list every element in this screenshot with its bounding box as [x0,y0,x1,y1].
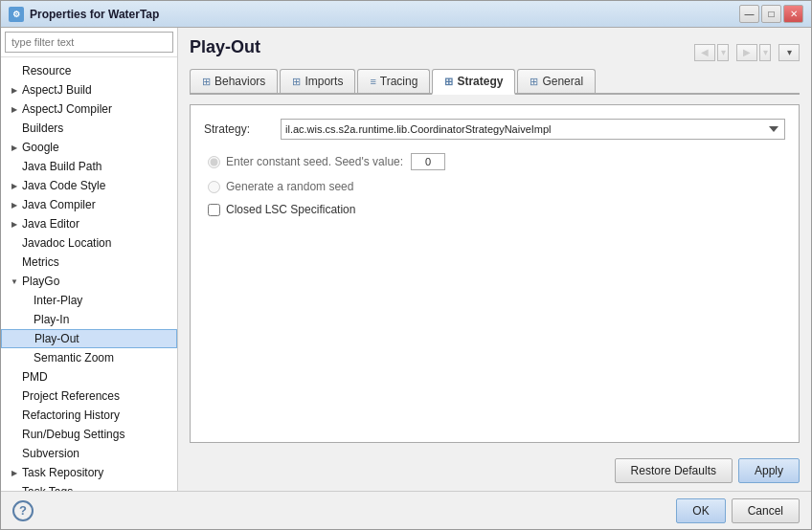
tab-behaviors[interactable]: ⊞ Behaviors [190,69,278,93]
minimize-button[interactable]: — [739,5,759,23]
label-pmd: PMD [22,370,48,384]
main-window: ⚙ Properties for WaterTap — □ ✕ Resource… [0,0,812,530]
label-java-editor: Java Editor [22,217,79,231]
general-tab-icon: ⊞ [530,76,538,88]
label-task-repository: Task Repository [22,466,103,479]
tree-area: Resource AspectJ Build AspectJ Compiler … [1,57,177,491]
behaviors-tab-icon: ⊞ [202,76,211,88]
filter-box [1,28,177,57]
tab-strategy[interactable]: ⊞ Strategy [432,69,515,95]
arrow-playgo [9,276,20,287]
sidebar-item-metrics[interactable]: Metrics [1,253,177,272]
sidebar-item-inter-play[interactable]: Inter-Play [1,291,177,310]
sidebar-item-semantic-zoom[interactable]: Semantic Zoom [1,348,177,367]
sidebar-item-run-debug-settings[interactable]: Run/Debug Settings [1,425,177,444]
strategy-row: Strategy: il.ac.wis.cs.s2a.runtime.lib.C… [204,119,785,140]
arrow-java-editor [9,218,20,230]
back-button[interactable]: ◀ [694,44,715,61]
label-project-references: Project References [22,389,120,403]
filter-input[interactable] [5,32,173,53]
label-resource: Resource [22,64,71,77]
label-javadoc-location: Javadoc Location [22,236,111,250]
tab-content-box: Strategy: il.ac.wis.cs.s2a.runtime.lib.C… [190,104,800,443]
tab-tracing[interactable]: ≡ Tracing [357,69,430,93]
closed-lsc-row: Closed LSC Specification [204,203,785,216]
imports-tab-icon: ⊞ [292,76,301,88]
label-subversion: Subversion [22,447,79,460]
arrow-aspectj-build [9,84,20,96]
arrow-aspectj-compiler [9,103,20,115]
forward-button[interactable]: ▶ [736,44,757,61]
tab-strategy-label: Strategy [457,75,503,88]
sidebar-item-java-code-style[interactable]: Java Code Style [1,176,177,195]
sidebar-item-pmd[interactable]: PMD [1,367,177,386]
arrow-java-compiler [9,199,20,210]
label-aspectj-build: AspectJ Build [22,83,92,97]
sidebar-item-javadoc-location[interactable]: Javadoc Location [1,233,177,253]
nav-buttons: ◀ ▾ ▶ ▾ ▾ [694,44,800,61]
sidebar-item-java-build-path[interactable]: Java Build Path [1,157,177,176]
footer-left: ? [12,500,34,521]
sidebar-item-aspectj-build[interactable]: AspectJ Build [1,80,177,99]
back-dropdown-button[interactable]: ▾ [717,44,729,61]
menu-button[interactable]: ▾ [778,44,800,61]
sidebar: Resource AspectJ Build AspectJ Compiler … [1,28,178,491]
arrow-java-code-style [9,180,20,191]
sidebar-item-subversion[interactable]: Subversion [1,444,177,463]
content-area: Resource AspectJ Build AspectJ Compiler … [1,28,811,491]
random-seed-row: Generate a random seed [204,180,785,193]
label-run-debug-settings: Run/Debug Settings [22,428,124,441]
random-seed-radio[interactable] [208,181,220,193]
nav-bar: Play-Out ◀ ▾ ▶ ▾ ▾ [190,37,800,67]
strategy-select[interactable]: il.ac.wis.cs.s2a.runtime.lib.Coordinator… [281,119,785,140]
tab-imports-label: Imports [304,75,343,88]
tab-general[interactable]: ⊞ General [517,69,596,93]
sidebar-item-aspectj-compiler[interactable]: AspectJ Compiler [1,99,177,119]
sidebar-item-task-repository[interactable]: Task Repository [1,463,177,482]
sidebar-item-java-compiler[interactable]: Java Compiler [1,195,177,214]
seed-value-input[interactable] [411,153,445,170]
sidebar-item-java-editor[interactable]: Java Editor [1,214,177,233]
tab-imports[interactable]: ⊞ Imports [280,69,355,93]
random-seed-label: Generate a random seed [226,180,353,193]
bottom-buttons: Restore Defaults Apply [190,453,800,491]
sidebar-item-task-tags[interactable]: Task Tags [1,482,177,491]
closed-lsc-checkbox[interactable] [208,204,220,216]
strategy-tab-icon: ⊞ [444,76,453,88]
label-play-in: Play-In [34,313,69,326]
label-java-compiler: Java Compiler [22,198,96,211]
tabs-bar: ⊞ Behaviors ⊞ Imports ≡ Tracing ⊞ Strate… [190,69,800,95]
label-inter-play: Inter-Play [34,294,82,307]
sidebar-item-resource[interactable]: Resource [1,61,177,80]
label-playgo: PlayGo [22,275,59,288]
window-icon: ⚙ [9,7,24,22]
help-button[interactable]: ? [12,500,34,521]
label-google: Google [22,141,59,154]
forward-dropdown-button[interactable]: ▾ [759,44,771,61]
sidebar-item-project-references[interactable]: Project References [1,386,177,406]
cancel-button[interactable]: Cancel [732,498,800,523]
tab-general-label: General [542,75,583,88]
sidebar-item-builders[interactable]: Builders [1,119,177,138]
constant-seed-radio[interactable] [208,156,220,168]
arrow-task-repository [9,467,20,478]
sidebar-item-playgo[interactable]: PlayGo [1,272,177,291]
sidebar-item-play-out[interactable]: Play-Out [1,329,177,348]
ok-button[interactable]: OK [676,498,725,523]
title-bar: ⚙ Properties for WaterTap — □ ✕ [1,1,811,28]
constant-seed-label: Enter constant seed. Seed's value: [226,155,403,168]
closed-lsc-label: Closed LSC Specification [226,203,355,216]
sidebar-item-play-in[interactable]: Play-In [1,310,177,329]
apply-button[interactable]: Apply [738,458,800,483]
label-play-out: Play-Out [34,332,79,345]
footer-bar: ? OK Cancel [1,491,811,529]
tab-behaviors-label: Behaviors [214,75,265,88]
tracing-tab-icon: ≡ [370,76,375,87]
arrow-google [9,142,20,153]
sidebar-item-refactoring-history[interactable]: Refactoring History [1,406,177,425]
restore-defaults-button[interactable]: Restore Defaults [615,458,733,483]
sidebar-item-google[interactable]: Google [1,138,177,157]
close-button[interactable]: ✕ [783,5,803,23]
maximize-button[interactable]: □ [761,5,781,23]
label-metrics: Metrics [22,255,59,269]
